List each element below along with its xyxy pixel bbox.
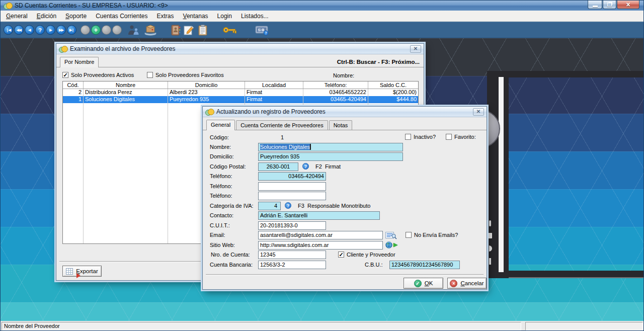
menu-extras[interactable]: Extras	[152, 11, 179, 21]
telefono2-field[interactable]	[258, 182, 326, 191]
menu-edicion[interactable]: Edición	[32, 11, 61, 21]
header-nombre[interactable]: Nombre	[84, 81, 168, 89]
cbu-field[interactable]: 12345678901234567890	[389, 261, 460, 269]
checkbox-icon	[405, 134, 411, 140]
nav-prev-fast-button[interactable]: ◀◀	[14, 25, 24, 35]
contacto-field[interactable]: Adrián E. Santarelli	[258, 211, 380, 220]
email-label: Email:	[210, 232, 225, 238]
edit-dialog-close-icon[interactable]: ✕	[473, 108, 484, 116]
checkbox-icon	[62, 72, 68, 78]
tab-cuenta-corriente[interactable]: Cuenta Corriente de Proveedores	[236, 120, 328, 130]
nav-first-button[interactable]: ❘◀	[4, 25, 13, 35]
svg-text:?: ?	[265, 31, 267, 35]
sitio-web-field[interactable]: http://www.sdigitales.com.ar	[258, 241, 383, 250]
key-icon[interactable]	[223, 26, 237, 34]
email-preview-icon[interactable]	[385, 231, 397, 239]
header-localidad[interactable]: Localidad	[245, 81, 303, 89]
codigo-postal-field[interactable]: 2630-001	[258, 162, 298, 171]
nav-next-button[interactable]: ▶	[46, 25, 55, 35]
menu-listados[interactable]: Listados...	[236, 11, 273, 21]
application-window: SD Cuentas Corrientes - SU EMPRESA - USU…	[0, 0, 644, 331]
checkbox-solo-favoritos[interactable]: Solo Proveedores Favoritos	[147, 72, 224, 78]
browse-dialog-close-icon[interactable]: ✕	[410, 45, 421, 53]
header-telefono[interactable]: Teléfono:	[303, 81, 368, 89]
categoria-iva-help-icon[interactable]: ?	[285, 202, 291, 209]
ok-button[interactable]: ✓ OK	[404, 278, 443, 289]
nro-cuenta-label: Nro. de Cuenta:	[211, 252, 250, 258]
tab-por-nombre[interactable]: Por Nombre	[60, 57, 99, 67]
table-row[interactable]: 2 Distribuidora Perez Alberdi 223 Firmat…	[63, 89, 418, 96]
telefono2-label: Teléfono:	[210, 183, 232, 189]
address-book-icon[interactable]	[170, 25, 181, 36]
telefono1-field[interactable]: 03465-420494	[258, 172, 326, 181]
menu-ventanas[interactable]: Ventanas	[179, 11, 213, 21]
nombre-field[interactable]: Soluciones Digitales	[258, 143, 403, 151]
checkbox-cliente-proveedor[interactable]: Cliente y Proveedor	[338, 252, 395, 258]
codigo-label: Código:	[210, 134, 229, 140]
checkbox-label: No Envía Emails?	[414, 232, 458, 238]
codigo-postal-help-icon[interactable]: ?	[302, 163, 309, 170]
toolbar: ❘◀ ◀◀ ◀ ? ▶ ▶▶ ▶❘ +	[1, 22, 643, 38]
minimize-button[interactable]	[588, 1, 602, 9]
tab-general[interactable]: General	[206, 120, 235, 130]
clients-icon[interactable]	[127, 25, 140, 36]
email-field[interactable]: asantarelli@sdigitales.com.ar	[258, 231, 383, 239]
sitio-web-label: Sitio Web:	[210, 242, 235, 248]
gray-button-2[interactable]	[112, 25, 122, 35]
nav-next-fast-button[interactable]: ▶▶	[56, 25, 66, 35]
categoria-iva-field[interactable]: 4	[258, 202, 281, 210]
categoria-iva-label: Categoría de IVA:	[210, 203, 254, 209]
telefono3-field[interactable]	[258, 192, 326, 200]
cell-cod: 1	[63, 96, 84, 103]
table-row-selected[interactable]: 1 Soluciones Digitales Pueyrredon 935 Fi…	[63, 96, 418, 103]
menu-login[interactable]: Login	[213, 11, 236, 21]
clipboard-icon[interactable]	[198, 25, 208, 36]
window-titlebar[interactable]: SD Cuentas Corrientes - SU EMPRESA - USU…	[1, 1, 643, 11]
text-caret	[310, 144, 311, 150]
header-cod[interactable]: Cód.	[63, 81, 84, 89]
separator	[206, 274, 484, 275]
menu-soporte[interactable]: Soporte	[61, 11, 91, 21]
close-button[interactable]: ×	[617, 1, 639, 9]
go-arrow-icon[interactable]: ▶	[393, 241, 397, 248]
checkbox-solo-activos[interactable]: Solo Proveedores Activos	[62, 72, 134, 78]
checkbox-label: Solo Proveedores Activos	[71, 72, 134, 78]
gray-button-1[interactable]	[102, 25, 111, 35]
checkbox-no-envia-emails[interactable]: No Envía Emails?	[406, 232, 458, 238]
timer-button[interactable]	[80, 25, 90, 35]
restore-button[interactable]	[603, 1, 616, 9]
edit-dialog-titlebar[interactable]: Actualizando un registro de Proveedores …	[203, 107, 487, 117]
wallpaper-frame-stripe	[499, 77, 504, 272]
checkbox-favorito[interactable]: Favorito:	[446, 134, 476, 140]
cuenta-bancaria-field[interactable]: 12563/3-2	[258, 261, 326, 269]
menubar: General Edición Soporte Cuentas Corrient…	[1, 11, 643, 22]
cuit-field[interactable]: 20-20181393-0	[258, 221, 326, 230]
header-domicilio[interactable]: Domicilio	[168, 81, 245, 89]
cell-telefono: 03465-420494	[303, 96, 368, 103]
empty-col	[63, 103, 84, 243]
domicilio-field[interactable]: Pueyrredon 935	[258, 152, 403, 161]
checkbox-inactivo[interactable]: Inactivo?	[405, 134, 436, 140]
browse-dialog-titlebar[interactable]: Examinando el archivo de Proveedores ✕	[56, 44, 424, 54]
nav-last-button[interactable]: ▶❘	[67, 25, 76, 35]
menu-cuentas-corrientes[interactable]: Cuentas Corrientes	[91, 11, 152, 21]
nav-help-button[interactable]: ?	[35, 25, 45, 35]
export-button[interactable]: Exportar	[62, 266, 102, 277]
menu-general[interactable]: General	[2, 11, 32, 21]
telefono1-label: Teléfono:	[210, 173, 232, 179]
nav-prev-button[interactable]: ◀	[25, 25, 34, 35]
cell-localidad: Firmat	[245, 96, 303, 103]
cell-saldo: $444.80	[368, 96, 418, 103]
globe-icon[interactable]	[385, 241, 392, 249]
sd-help-icon[interactable]: ?	[255, 25, 269, 36]
nro-cuenta-field[interactable]: 12345	[258, 251, 326, 259]
cbu-label: C.B.U.:	[365, 262, 382, 268]
restore-icon	[607, 3, 612, 7]
cancel-button[interactable]: × Cancelar	[447, 278, 487, 289]
add-button[interactable]: +	[91, 25, 101, 35]
header-saldo[interactable]: Saldo C.C.	[368, 81, 418, 89]
products-icon[interactable]	[144, 25, 157, 36]
edit-record-icon[interactable]	[183, 25, 195, 36]
empty-col	[84, 103, 168, 243]
tab-notas[interactable]: Notas	[329, 120, 353, 130]
